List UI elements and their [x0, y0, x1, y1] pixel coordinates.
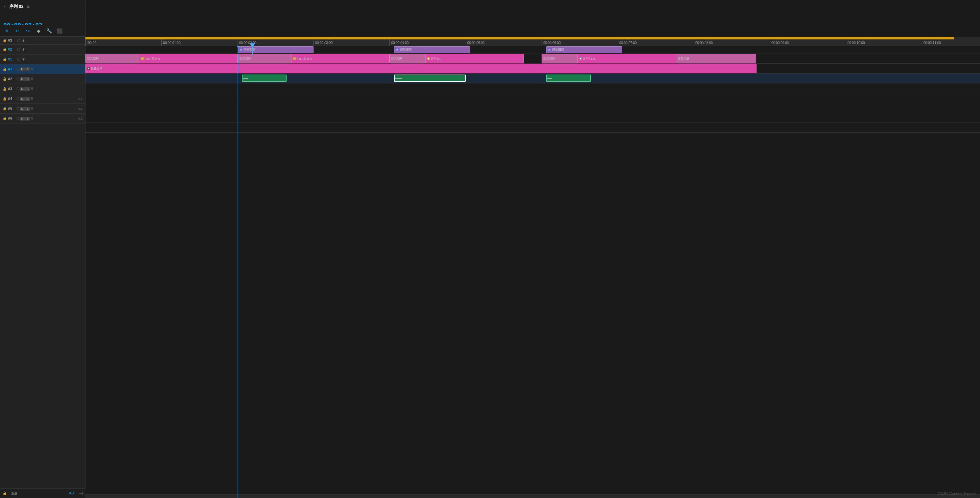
v3-nest-icon[interactable]: ⬡ — [17, 38, 21, 43]
a6-header: 🔒 A6 ⬡ M S 🎙 5.1 — [0, 114, 85, 124]
a1-mic-icon[interactable]: 🎙 — [30, 67, 34, 71]
a2-m-button[interactable]: M — [20, 77, 25, 81]
tool-snap-icon[interactable]: ✳ — [3, 27, 11, 35]
logo-qian-clip[interactable]: fx logo-前.png — [139, 54, 237, 63]
v1-nest-icon[interactable]: ⬡ — [17, 57, 21, 62]
a4-s-button[interactable]: S — [25, 97, 30, 101]
a4-track[interactable] — [86, 103, 980, 113]
a1-track[interactable]: ▬▬ ▬▬▬ ▬▬ — [86, 74, 980, 83]
a5-m-button[interactable]: M — [20, 107, 25, 111]
wenzi-label: 文字.jpg — [431, 57, 441, 61]
a3-nest-icon[interactable]: ⬡ — [16, 87, 20, 91]
tool-marker-icon[interactable]: ◆ — [35, 27, 42, 35]
logo-hou-fx: fx — [293, 57, 296, 60]
adjust-clip-1[interactable]: fx 调整图层 — [238, 46, 313, 53]
work-area-bar — [86, 37, 954, 40]
a2-label: A2 — [8, 77, 16, 81]
a1-s-button[interactable]: S — [25, 67, 30, 71]
a6-s-button[interactable]: S — [25, 117, 30, 121]
a3-m-button[interactable]: M — [20, 87, 25, 91]
a6-track[interactable] — [86, 123, 980, 133]
tool-redo-icon[interactable]: ↪ — [24, 27, 32, 35]
v1-header: 🔒 V1 ⬡ 👁 — [0, 54, 85, 64]
watermark: CSDN @sunny_Destiny — [937, 492, 976, 495]
a5-s-button[interactable]: S — [25, 107, 30, 111]
a2-track[interactable] — [86, 83, 980, 93]
tick-4: 00:00:04:00 — [390, 40, 409, 46]
a5-lock-icon[interactable]: 🔒 — [3, 107, 6, 110]
a3-mic-icon[interactable]: 🎙 — [30, 87, 34, 91]
a2-mic-icon[interactable]: 🎙 — [30, 77, 34, 81]
a4-m-button[interactable]: M — [20, 97, 25, 101]
mix-lock-icon[interactable]: 🔒 — [3, 492, 6, 495]
wenzi-clip[interactable]: ■ 文字.jpg — [425, 54, 523, 63]
a2-s-button[interactable]: S — [25, 77, 30, 81]
v3-adjust-track[interactable]: fx 调整图层 fx 调整图层 fx 调整图层 — [86, 46, 980, 54]
a5-header: 🔒 A5 ⬡ M S 🎙 5.1 — [0, 104, 85, 114]
tick-1: 00:00:01:00 — [161, 40, 180, 46]
v3-adjust-label: V3 — [8, 39, 16, 42]
a1-label: A1 — [8, 67, 16, 71]
adjust-clip-2[interactable]: fx 调整图层 — [394, 46, 470, 53]
v1-eye-icon[interactable]: 👁 — [22, 57, 25, 62]
v1-lock-icon[interactable]: 🔒 — [3, 57, 6, 61]
cross-dissolve-v2-5[interactable]: 交叉溶解 — [676, 54, 757, 63]
wenzi2-clip[interactable]: ■ 文字2.jpg — [578, 54, 676, 63]
tool-captions-icon[interactable]: ⬛ — [56, 27, 63, 35]
mix-end-icon[interactable]: ⊣ — [79, 491, 83, 496]
mix-label: 混合 — [11, 491, 18, 496]
tick-2: 00:00:02:00 — [238, 40, 257, 46]
a1-header: 🔒 A1 ⬡ M S 🎙 — [0, 64, 85, 74]
cross-dissolve-label-5: 交叉溶解 — [678, 57, 689, 61]
tick-11: 00:00:11:00 — [922, 40, 941, 46]
a1-nest-icon[interactable]: ⬡ — [16, 67, 20, 71]
v3-eye-icon[interactable]: 👁 — [22, 39, 25, 43]
v2-eye-icon[interactable]: 👁 — [22, 48, 25, 52]
v2-nest-icon[interactable]: ⬡ — [17, 47, 21, 52]
a5-mic-icon[interactable]: 🎙 — [30, 106, 34, 111]
time-ruler[interactable]: :00:00 00:00:01:00 00:00:02:00 00:00:03:… — [86, 37, 980, 46]
a2-lock-icon[interactable]: 🔒 — [3, 77, 6, 81]
h-scrollbar[interactable] — [86, 494, 980, 498]
a6-nest-icon[interactable]: ⬡ — [16, 116, 20, 121]
color-matte-clip[interactable]: ■ 颜色遮罩 — [86, 64, 757, 73]
a1-m-button[interactable]: M — [20, 67, 25, 71]
tool-settings-icon[interactable]: 🔧 — [45, 27, 52, 35]
logo-hou-clip[interactable]: fx logo-后.png — [291, 54, 390, 63]
a3-lock-icon[interactable]: 🔒 — [3, 87, 6, 90]
audio-clip-a1-2[interactable]: ▬▬▬ — [394, 75, 466, 82]
a3-s-button[interactable]: S — [25, 87, 30, 91]
menu-icon[interactable]: ≡ — [27, 4, 30, 9]
adjust-label-3: 调整图层 — [552, 48, 564, 52]
a6-lock-icon[interactable]: 🔒 — [3, 117, 6, 120]
a2-nest-icon[interactable]: ⬡ — [16, 77, 20, 81]
cross-dissolve-label-2: 交叉溶解 — [239, 57, 251, 61]
audio-clip-a1-1[interactable]: ▬▬ — [242, 75, 286, 82]
a5-label: A5 — [8, 107, 16, 110]
adjust-clip-3[interactable]: fx 调整图层 — [546, 46, 622, 53]
close-icon[interactable]: × — [3, 4, 6, 9]
a5-track[interactable] — [86, 113, 980, 123]
a6-mic-icon[interactable]: 🎙 — [30, 116, 34, 121]
v3-lock-icon[interactable]: 🔒 — [3, 39, 6, 42]
a6-m-button[interactable]: M — [20, 117, 25, 121]
a4-nest-icon[interactable]: ⬡ — [16, 97, 20, 101]
v2-lock-icon[interactable]: 🔒 — [3, 48, 6, 51]
v1-track[interactable]: ■ 颜色遮罩 — [86, 64, 980, 74]
v1-label: V1 — [8, 57, 16, 61]
sequence-title: 序列 02 — [9, 4, 24, 10]
v2-track[interactable]: 交叉溶解 fx logo-前.png 交叉溶解 fx logo-后.png 交叉… — [86, 54, 980, 64]
tool-undo-icon[interactable]: ↩ — [14, 27, 21, 35]
a6-label: A6 — [8, 117, 16, 120]
logo-qian-fx: fx — [141, 57, 144, 60]
a1-lock-icon[interactable]: 🔒 — [3, 67, 6, 71]
a4-lock-icon[interactable]: 🔒 — [3, 97, 6, 100]
a3-track[interactable] — [86, 93, 980, 103]
a4-label: A4 — [8, 97, 16, 100]
audio-clip-a1-3[interactable]: ▬▬ — [546, 75, 591, 82]
wenzi2-icon: ■ — [579, 57, 582, 60]
a5-nest-icon[interactable]: ⬡ — [16, 106, 20, 111]
mix-value[interactable]: 0.0 — [69, 492, 74, 495]
panel-header: × 序列 02 ≡ — [0, 0, 85, 13]
a4-mic-icon[interactable]: 🎙 — [30, 97, 34, 101]
